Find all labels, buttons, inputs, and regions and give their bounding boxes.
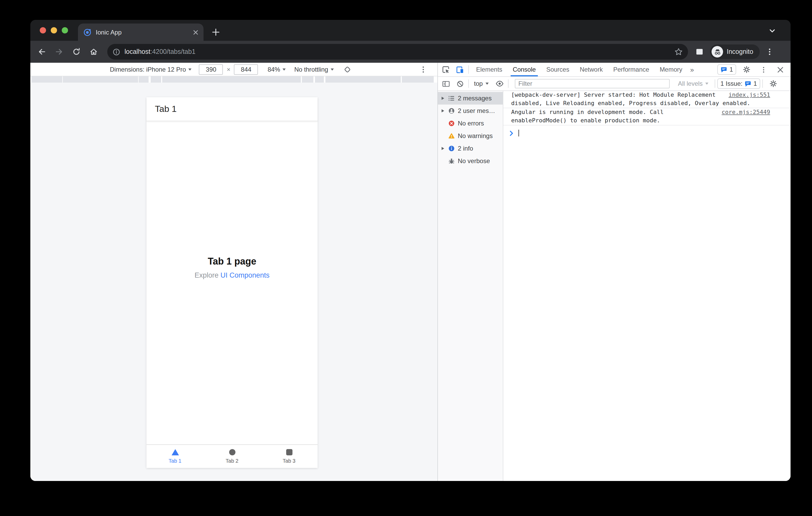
close-devtools-icon[interactable] xyxy=(774,63,786,76)
minimize-window-button[interactable] xyxy=(51,27,57,33)
chevron-down-icon[interactable] xyxy=(767,27,777,35)
caret-down-icon xyxy=(188,68,192,70)
divider xyxy=(715,80,715,88)
tab-console[interactable]: Console xyxy=(508,63,541,76)
sidebar-item-verbose[interactable]: No verbose xyxy=(438,155,503,167)
caret-down-icon xyxy=(705,83,708,85)
sidebar-item-errors[interactable]: No errors xyxy=(438,117,503,130)
info-icon xyxy=(448,145,455,152)
divider xyxy=(468,80,469,88)
device-viewport: Tab 1 Tab 1 page Explore UI Components xyxy=(146,97,318,468)
source-link[interactable]: index.js:551 xyxy=(729,91,770,99)
home-button[interactable] xyxy=(86,44,101,59)
console-filter-input[interactable] xyxy=(515,79,669,88)
site-info-icon[interactable] xyxy=(113,48,120,56)
clear-console-icon[interactable] xyxy=(454,78,466,90)
issue-bubble-icon xyxy=(745,80,751,87)
console-settings-gear-icon[interactable] xyxy=(767,78,780,90)
maximize-window-button[interactable] xyxy=(62,27,68,33)
url-path: :4200/tabs/tab1 xyxy=(150,48,196,55)
triangle-icon xyxy=(171,449,179,455)
sidebar-item-messages[interactable]: 2 messages xyxy=(438,92,503,104)
frame-context-value: top xyxy=(474,80,483,87)
devtools-menu-kebab-icon[interactable] xyxy=(757,63,770,76)
device-width-input[interactable] xyxy=(199,64,223,74)
issues-badge[interactable]: 1 xyxy=(718,64,736,75)
caret-down-icon xyxy=(485,83,488,85)
device-toolbar-kebab-icon[interactable] xyxy=(419,65,427,73)
tab-memory[interactable]: Memory xyxy=(655,63,688,76)
ellipse-icon xyxy=(229,449,235,455)
more-tabs-chevron[interactable]: » xyxy=(688,66,696,73)
console-sidebar-toggle-icon[interactable] xyxy=(439,78,452,90)
expander-icon[interactable] xyxy=(440,109,445,113)
emulation-canvas: Tab 1 Tab 1 page Explore UI Components xyxy=(30,83,437,481)
error-icon xyxy=(448,120,455,127)
browser-toolbar: localhost:4200/tabs/tab1 Incognito xyxy=(30,41,790,63)
device-toolbar: Dimensions: iPhone 12 Pro × 84% No throt… xyxy=(30,63,437,76)
device-height-input[interactable] xyxy=(234,64,258,74)
app-tab-2[interactable]: Tab 2 xyxy=(204,445,261,468)
log-levels-dropdown[interactable]: All levels xyxy=(678,80,708,87)
expander-icon[interactable] xyxy=(440,97,445,100)
console-log[interactable]: index.js:551 [webpack-dev-server] Server… xyxy=(503,91,790,481)
url-bar[interactable]: localhost:4200/tabs/tab1 xyxy=(107,44,688,60)
console-toolbar: top All levels 1 Issue: xyxy=(438,77,790,91)
zoom-dropdown[interactable]: 84% xyxy=(268,66,286,73)
media-query-ruler[interactable] xyxy=(30,76,437,83)
device-emulation-pane: Dimensions: iPhone 12 Pro × 84% No throt… xyxy=(30,63,437,481)
console-message-text: [webpack-dev-server] Server started: Hot… xyxy=(511,91,750,107)
sidebar-item-user-messages[interactable]: 2 user mes… xyxy=(438,104,503,117)
prompt-chevron-icon xyxy=(510,130,514,136)
log-levels-value: All levels xyxy=(678,80,703,87)
text-cursor xyxy=(519,130,519,136)
app-tab-3[interactable]: Tab 3 xyxy=(261,445,318,468)
subtitle-text: Explore xyxy=(195,271,221,279)
zoom-value: 84% xyxy=(268,66,280,73)
window-controls xyxy=(40,27,68,33)
console-message: core.mjs:25449 Angular is running in dev… xyxy=(503,108,790,125)
tab-network[interactable]: Network xyxy=(575,63,608,76)
app-content: Tab 1 page Explore UI Components xyxy=(146,121,318,444)
console-issues-badge[interactable]: 1 Issue: 1 xyxy=(717,79,760,89)
tab-sources[interactable]: Sources xyxy=(541,63,575,76)
throttling-dropdown[interactable]: No throttling xyxy=(294,66,334,73)
sidebar-item-warnings[interactable]: No warnings xyxy=(438,130,503,142)
issue-bubble-icon xyxy=(721,66,727,73)
tab-performance[interactable]: Performance xyxy=(608,63,654,76)
frame-context-dropdown[interactable]: top xyxy=(474,80,488,87)
rotate-device-icon[interactable] xyxy=(343,65,352,73)
close-window-button[interactable] xyxy=(40,27,46,33)
console-prompt[interactable] xyxy=(503,125,790,136)
app-header-title: Tab 1 xyxy=(155,104,177,114)
device-toolbar-toggle-icon[interactable] xyxy=(454,63,466,76)
device-select-dropdown[interactable]: Dimensions: iPhone 12 Pro xyxy=(110,66,192,73)
tab-elements[interactable]: Elements xyxy=(471,63,508,76)
expander-icon[interactable] xyxy=(440,147,445,150)
ui-components-link[interactable]: UI Components xyxy=(221,271,270,279)
forward-button[interactable] xyxy=(52,44,66,59)
incognito-badge[interactable]: Incognito xyxy=(710,44,759,59)
side-panel-icon[interactable] xyxy=(695,48,704,56)
tab-title: Ionic App xyxy=(96,29,193,36)
inspect-element-icon[interactable] xyxy=(439,63,452,76)
caret-down-icon xyxy=(283,68,286,70)
bookmark-star-icon[interactable] xyxy=(674,48,683,56)
console-sidebar: 2 messages 2 user mes… xyxy=(438,91,503,481)
source-link[interactable]: core.mjs:25449 xyxy=(722,108,770,117)
device-select-label: Dimensions: iPhone 12 Pro xyxy=(110,66,186,73)
gear-icon[interactable] xyxy=(740,63,753,76)
url-text: localhost:4200/tabs/tab1 xyxy=(124,48,674,55)
back-button[interactable] xyxy=(34,44,49,59)
incognito-icon xyxy=(712,46,723,58)
live-expression-eye-icon[interactable] xyxy=(493,78,506,90)
browser-menu-kebab-icon[interactable] xyxy=(766,48,773,56)
reload-button[interactable] xyxy=(69,44,84,59)
console-issues-count: 1 xyxy=(753,80,757,87)
new-tab-button[interactable] xyxy=(209,26,222,38)
sidebar-item-info[interactable]: 2 info xyxy=(438,142,503,155)
close-tab-icon[interactable] xyxy=(193,30,198,35)
divider xyxy=(508,80,508,88)
app-tab-1[interactable]: Tab 1 xyxy=(146,445,204,468)
browser-tab-ionic-app[interactable]: Ionic App xyxy=(78,24,204,41)
